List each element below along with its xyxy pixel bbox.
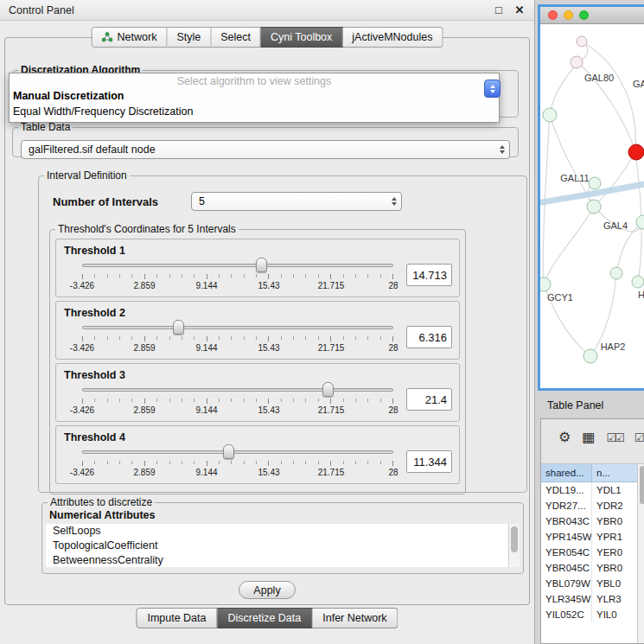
scale-label: 28: [388, 405, 398, 415]
zoom-window-icon[interactable]: [579, 10, 589, 20]
cell-shared-name: YIL052C: [541, 607, 592, 622]
table-row[interactable]: YBR045CYBR0: [541, 560, 637, 576]
network-node[interactable]: [571, 56, 583, 68]
apply-button[interactable]: Apply: [239, 581, 296, 599]
threshold-3-slider[interactable]: -3.426 2.859 9.144 15.43 21.715 28: [82, 382, 393, 417]
slider-thumb[interactable]: [322, 382, 334, 397]
number-of-intervals-label: Number of Intervals: [53, 195, 158, 208]
scale-label: -3.426: [70, 281, 94, 290]
tab-style-label: Style: [176, 31, 201, 43]
tab-network-label: Network: [118, 31, 157, 43]
scale-label: 9.144: [195, 468, 217, 477]
slider-track: [82, 264, 393, 267]
network-node[interactable]: [632, 276, 644, 288]
control-panel-titlebar: Control Panel □ ✕: [0, 0, 534, 21]
threshold-2-value[interactable]: 6.316: [406, 326, 452, 348]
table-row[interactable]: YLR345WYLR3: [541, 591, 637, 607]
interval-definition-group: Interval Definition Number of Intervals …: [38, 169, 527, 493]
table-scrollbar[interactable]: [637, 464, 644, 643]
node-table: shared... n... YDL19...YDL1 YDR27...YDR2…: [541, 464, 637, 643]
table-row[interactable]: YER054CYER0: [541, 545, 637, 560]
cell-name: YBL0: [592, 576, 637, 591]
table-row[interactable]: YBL079WYBL0: [541, 576, 637, 591]
function-builder-icon[interactable]: ☑: [634, 432, 643, 443]
threshold-4-value[interactable]: 11.344: [406, 450, 452, 473]
algorithm-option-equal-width-frequency[interactable]: Equal Width/Frequency Discretization: [10, 104, 499, 119]
list-item[interactable]: SelfLoops: [46, 524, 520, 539]
table-row[interactable]: YPR145WYPR1: [541, 529, 637, 545]
network-node[interactable]: [540, 277, 551, 291]
selected-network-node[interactable]: [628, 144, 644, 160]
network-canvas[interactable]: GAL80 GA GAL11 GAL4 GCY1 H HAP2: [540, 24, 644, 388]
network-node[interactable]: [589, 177, 601, 189]
table-row[interactable]: YDL19...YDL1: [541, 482, 637, 498]
control-panel-window: Control Panel □ ✕ Network Style Select C…: [0, 0, 535, 644]
scale-label: 2.859: [133, 468, 155, 477]
column-header-shared-name[interactable]: shared...: [541, 464, 592, 481]
table-data-combo[interactable]: galFiltered.sif default node: [21, 140, 510, 159]
tab-cyni-toolbox[interactable]: Cyni Toolbox: [261, 27, 342, 48]
table-panel-title: Table Panel: [547, 399, 603, 411]
minimize-window-icon[interactable]: [564, 10, 573, 20]
slider-thumb[interactable]: [223, 444, 234, 459]
algorithm-dropdown-prompt: Select algorithm to view settings: [10, 73, 499, 88]
scrollbar-thumb[interactable]: [511, 526, 518, 552]
scale-label: 2.859: [133, 281, 155, 290]
number-of-intervals-combo[interactable]: 5: [191, 192, 402, 211]
table-row[interactable]: YDR27...YDR2: [541, 498, 637, 513]
scale-label: 15.43: [258, 281, 279, 290]
algorithm-option-manual-discretization[interactable]: Manual Discretization: [10, 88, 499, 104]
table-header-row: shared... n...: [541, 464, 637, 482]
network-window-titlebar[interactable]: [540, 7, 644, 24]
tab-network[interactable]: Network: [92, 27, 168, 48]
threshold-2-slider[interactable]: -3.426 2.859 9.144 15.43 21.715 28: [82, 320, 393, 354]
threshold-1-value[interactable]: 14.713: [406, 264, 452, 286]
network-node[interactable]: [610, 267, 622, 279]
attributes-group: Attributes to discretize Numerical Attri…: [41, 496, 524, 574]
tab-infer-network[interactable]: Infer Network: [312, 608, 398, 628]
attributes-list: SelfLoops TopologicalCoefficient Between…: [46, 524, 520, 567]
threshold-1-panel: Threshold 1 -3.426 2.859 9.144 1: [55, 239, 460, 297]
tab-style[interactable]: Style: [167, 27, 211, 48]
close-panel-icon[interactable]: ✕: [513, 3, 526, 16]
scrollbar-thumb[interactable]: [640, 466, 644, 504]
float-panel-icon[interactable]: □: [493, 3, 505, 16]
slider-thumb[interactable]: [173, 320, 184, 335]
slider-major-ticks: [82, 336, 393, 341]
gear-icon[interactable]: ⚙: [558, 430, 571, 444]
slider-track: [82, 450, 393, 454]
threshold-4-slider[interactable]: -3.426 2.859 9.144 15.43 21.715 28: [82, 444, 393, 479]
tab-jactivemnodules[interactable]: jActiveMNodules: [342, 27, 443, 48]
network-node[interactable]: [543, 108, 557, 122]
column-header-name[interactable]: n...: [592, 464, 637, 481]
network-node-label: GA: [633, 79, 644, 89]
tab-select[interactable]: Select: [211, 27, 261, 48]
column-display-icon[interactable]: ▦: [582, 430, 595, 444]
scale-label: 21.715: [318, 343, 345, 353]
attributes-scrollbar[interactable]: [508, 524, 520, 567]
threshold-2-label: Threshold 2: [56, 302, 459, 319]
scale-label: -3.426: [70, 343, 94, 353]
threshold-3-label: Threshold 3: [56, 364, 459, 381]
slider-thumb[interactable]: [256, 258, 267, 272]
select-columns-icon[interactable]: ☑☑: [606, 432, 622, 443]
table-row[interactable]: YBR043CYBR0: [541, 513, 637, 529]
scale-label: 28: [388, 343, 398, 353]
tab-discretize-data[interactable]: Discretize Data: [218, 608, 313, 628]
list-item[interactable]: BetweennessCentrality: [46, 553, 520, 567]
combo-up-arrow-icon: [490, 85, 495, 88]
algorithm-combo-button[interactable]: [484, 80, 501, 98]
network-node[interactable]: [583, 349, 597, 363]
close-window-icon[interactable]: [548, 10, 558, 20]
cell-shared-name: YDL19...: [541, 482, 592, 498]
tab-impute-data[interactable]: Impute Data: [136, 608, 217, 628]
threshold-3-value[interactable]: 21.4: [406, 388, 452, 411]
cell-name: YER0: [592, 545, 637, 560]
network-node[interactable]: [577, 36, 587, 47]
table-row[interactable]: YIL052CYIL0: [541, 607, 637, 622]
interval-definition-title: Interval Definition: [44, 169, 130, 182]
network-node[interactable]: [587, 200, 601, 214]
threshold-1-slider[interactable]: -3.426 2.859 9.144 15.43 21.715 28: [82, 258, 393, 292]
list-item[interactable]: TopologicalCoefficient: [46, 539, 520, 553]
table-panel: ⚙ ▦ ☑☑ ☑ shared... n... YDL19...YDL1 YDR…: [540, 418, 644, 644]
